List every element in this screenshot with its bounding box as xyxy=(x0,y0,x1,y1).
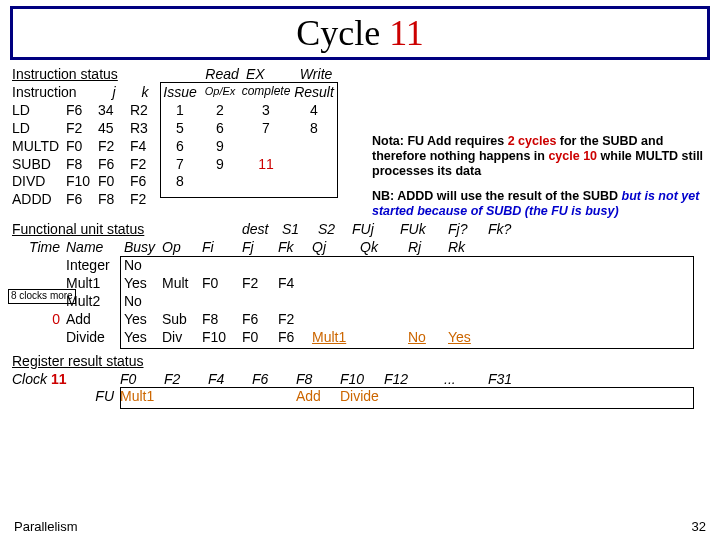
col-j: j xyxy=(98,84,130,102)
table-row: LDF245R35678 xyxy=(12,120,357,138)
footer-page-number: 32 xyxy=(692,519,706,534)
notes-block: Nota: FU Add requires 2 cycles for the S… xyxy=(372,134,704,219)
table-row: DivideYesDivF10F0F6Mult1NoYes xyxy=(12,329,708,347)
title-word: Cycle xyxy=(296,13,380,53)
col-read: Read xyxy=(202,66,242,84)
table-row: MULTDF0F2F469 xyxy=(12,138,357,156)
slide-title-box: Cycle 11 xyxy=(10,6,710,60)
table-row: IntegerNo xyxy=(12,257,708,275)
table-row: LDF634R21234 xyxy=(12,102,357,120)
table-row: 0AddYesSubF8F6F2 xyxy=(12,311,708,329)
title-cycle-number: 11 xyxy=(389,13,424,53)
col-k: k xyxy=(130,84,160,102)
table-row: SUBDF8F6F27911 xyxy=(12,156,357,174)
table-row: Mult1YesMultF0F2F4 xyxy=(12,275,708,293)
col-ex: EX xyxy=(242,66,294,84)
footer-left: Parallelism xyxy=(14,519,78,534)
col-instruction: Instruction xyxy=(12,84,98,102)
annot-8-clocks: 8 clocks more xyxy=(8,289,76,304)
instruction-status-block: Instruction status Read EX Write Instruc… xyxy=(12,66,357,209)
table-row: ADDDF6F8F2 xyxy=(12,191,357,209)
col-complete: complete xyxy=(240,84,292,102)
col-issue: Issue xyxy=(160,84,200,102)
note-2: NB: ADDD will use the result of the SUBD… xyxy=(372,189,704,219)
table-row: Mult2No xyxy=(12,293,708,311)
col-result: Result xyxy=(292,84,336,102)
note-1: Nota: FU Add requires 2 cycles for the S… xyxy=(372,134,704,179)
instruction-status-heading: Instruction status xyxy=(12,66,162,84)
functional-unit-status-block: 8 clocks more Functional unit status des… xyxy=(12,221,708,346)
slide-content: Instruction status Read EX Write Instruc… xyxy=(0,60,720,406)
fu-heading: Functional unit status xyxy=(12,221,172,239)
table-row: DIVDF10F0F68 xyxy=(12,173,357,191)
slide-title: Cycle 11 xyxy=(296,12,424,54)
col-opex: Op/Ex xyxy=(200,84,240,102)
reg-heading: Register result status xyxy=(12,353,708,371)
register-result-block: Register result status Clock 11 F0 F2 F4… xyxy=(12,353,708,407)
footer: Parallelism 32 xyxy=(14,519,706,534)
col-write: Write xyxy=(294,66,338,84)
